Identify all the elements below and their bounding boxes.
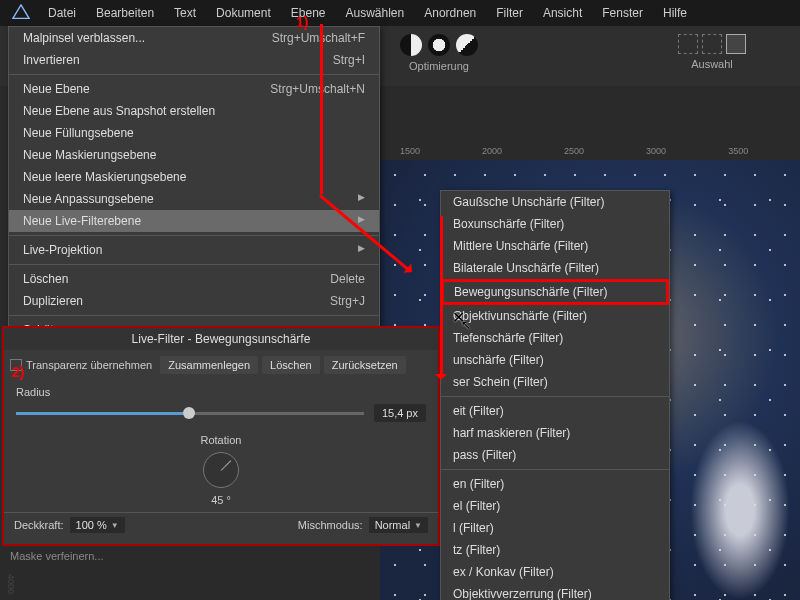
svg-marker-0: [13, 5, 29, 19]
menu-item[interactable]: Neue EbeneStrg+Umschalt+N: [9, 78, 379, 100]
submenu-item[interactable]: Tiefenschärfe (Filter): [441, 327, 669, 349]
menu-item[interactable]: Malpinsel verblassen...Strg+Umschalt+F: [9, 27, 379, 49]
submenu-item[interactable]: en (Filter): [441, 473, 669, 495]
submenu-item[interactable]: ex / Konkav (Filter): [441, 561, 669, 583]
vertical-ruler-value: 4000: [6, 574, 16, 594]
menu-item[interactable]: Live-Projektion▶: [9, 239, 379, 261]
panel-title: Live-Filter - Bewegungsunschärfe: [4, 328, 438, 350]
ruler-tick: 1500: [400, 146, 420, 156]
selection-icon-1[interactable]: [678, 34, 698, 54]
ruler-tick: 2500: [564, 146, 584, 156]
submenu-item[interactable]: Bilaterale Unschärfe (Filter): [441, 257, 669, 279]
opacity-label: Deckkraft:: [14, 519, 64, 531]
tone-icon-2[interactable]: [428, 34, 450, 56]
menu-item[interactable]: Neue leere Maskierungsebene: [9, 166, 379, 188]
ruler-tick: 3500: [728, 146, 748, 156]
rotation-value: 45 °: [16, 494, 426, 506]
submenu-item[interactable]: Bewegungsunschärfe (Filter): [441, 279, 669, 305]
tool-group-selection: Auswahl: [678, 34, 746, 70]
menu-item[interactable]: Neue Ebene aus Snapshot erstellen: [9, 100, 379, 122]
submenu-item[interactable]: Objektivverzerrung (Filter): [441, 583, 669, 600]
live-filter-panel: Live-Filter - Bewegungsunschärfe Transpa…: [2, 326, 440, 546]
menu-filter[interactable]: Filter: [486, 1, 533, 25]
opacity-select[interactable]: 100 %▼: [70, 517, 125, 533]
submenu-item[interactable]: Objektivunschärfe (Filter): [441, 305, 669, 327]
reset-button[interactable]: Zurücksetzen: [324, 356, 406, 374]
selection-icon-3[interactable]: [726, 34, 746, 54]
menu-item[interactable]: DuplizierenStrg+J: [9, 290, 379, 312]
rotation-dial[interactable]: [203, 452, 239, 488]
tone-icon-1[interactable]: [400, 34, 422, 56]
menu-fenster[interactable]: Fenster: [592, 1, 653, 25]
menu-item[interactable]: InvertierenStrg+I: [9, 49, 379, 71]
annotation-1: 1): [296, 14, 308, 30]
chevron-down-icon: ▼: [414, 521, 422, 530]
arrow-2-head: [435, 374, 447, 386]
blend-label: Mischmodus:: [298, 519, 363, 531]
submenu-item[interactable]: harf maskieren (Filter): [441, 422, 669, 444]
menu-ansicht[interactable]: Ansicht: [533, 1, 592, 25]
arrow-2-stem: [440, 216, 443, 378]
submenu-item[interactable]: Boxunschärfe (Filter): [441, 213, 669, 235]
transparency-label: Transparenz übernehmen: [26, 359, 152, 371]
menu-hilfe[interactable]: Hilfe: [653, 1, 697, 25]
submenu-item[interactable]: l (Filter): [441, 517, 669, 539]
radius-slider[interactable]: [16, 412, 364, 415]
cursor-icon: ✕↖: [452, 308, 475, 327]
blend-select[interactable]: Normal▼: [369, 517, 428, 533]
menu-item[interactable]: Neue Live-Filterebene▶: [9, 210, 379, 232]
submenu-item[interactable]: Mittlere Unschärfe (Filter): [441, 235, 669, 257]
menu-auswählen[interactable]: Auswählen: [335, 1, 414, 25]
chevron-right-icon: ▶: [358, 243, 365, 257]
menubar: DateiBearbeitenTextDokumentEbeneAuswähle…: [0, 0, 800, 26]
ebene-dropdown: Malpinsel verblassen...Strg+Umschalt+FIn…: [8, 26, 380, 364]
tone-icon-3[interactable]: [456, 34, 478, 56]
rotation-label: Rotation: [16, 434, 426, 446]
submenu-item[interactable]: unschärfe (Filter): [441, 349, 669, 371]
figure-overlay: [690, 420, 790, 600]
annotation-2: 2): [12, 364, 24, 380]
slider-thumb[interactable]: [183, 407, 195, 419]
sel-label: Auswahl: [691, 58, 733, 70]
radius-value[interactable]: 15,4 px: [374, 404, 426, 422]
mask-refine-link[interactable]: Maske verfeinern...: [10, 550, 104, 562]
menu-item[interactable]: LöschenDelete: [9, 268, 379, 290]
menu-text[interactable]: Text: [164, 1, 206, 25]
submenu-item[interactable]: el (Filter): [441, 495, 669, 517]
radius-label: Radius: [16, 386, 426, 398]
submenu-item[interactable]: eit (Filter): [441, 400, 669, 422]
menu-item[interactable]: Neue Maskierungsebene: [9, 144, 379, 166]
menu-dokument[interactable]: Dokument: [206, 1, 281, 25]
submenu-item[interactable]: pass (Filter): [441, 444, 669, 466]
merge-button[interactable]: Zusammenlegen: [160, 356, 258, 374]
tool-group-optimize: Optimierung: [400, 34, 478, 72]
horizontal-ruler: 15002000250030003500400045005000: [380, 142, 800, 160]
live-filter-submenu: Gaußsche Unschärfe (Filter)Boxunschärfe …: [440, 190, 670, 600]
menu-bearbeiten[interactable]: Bearbeiten: [86, 1, 164, 25]
menu-item[interactable]: Neue Füllungsebene: [9, 122, 379, 144]
chevron-right-icon: ▶: [358, 192, 365, 206]
app-logo-icon: [12, 4, 30, 22]
delete-button[interactable]: Löschen: [262, 356, 320, 374]
submenu-item[interactable]: Gaußsche Unschärfe (Filter): [441, 191, 669, 213]
selection-icon-2[interactable]: [702, 34, 722, 54]
ruler-tick: 2000: [482, 146, 502, 156]
submenu-item[interactable]: ser Schein (Filter): [441, 371, 669, 393]
opt-label: Optimierung: [409, 60, 469, 72]
menu-anordnen[interactable]: Anordnen: [414, 1, 486, 25]
arrow-1-stem: [320, 24, 323, 194]
ruler-tick: 3000: [646, 146, 666, 156]
chevron-down-icon: ▼: [111, 521, 119, 530]
menu-datei[interactable]: Datei: [38, 1, 86, 25]
submenu-item[interactable]: tz (Filter): [441, 539, 669, 561]
